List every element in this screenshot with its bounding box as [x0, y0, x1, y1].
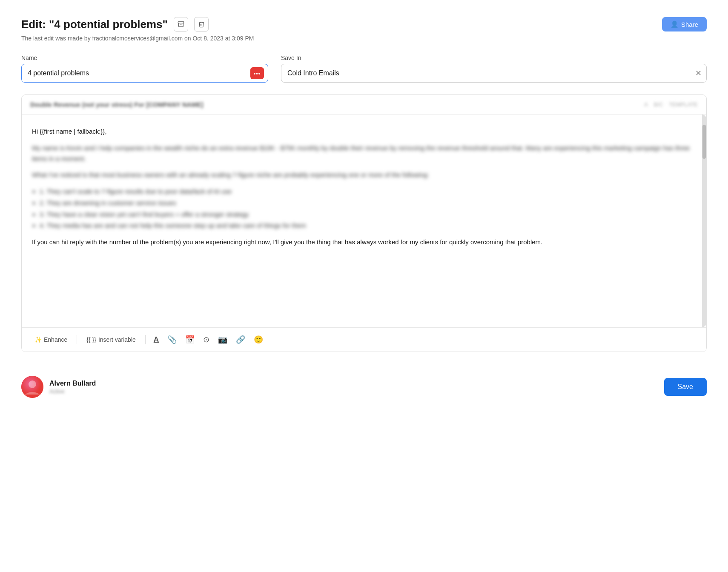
- email-paragraph-1: My name is Kevin and I help companies in…: [32, 143, 696, 164]
- subject-action-template[interactable]: TEMPLATE: [669, 101, 698, 108]
- email-closing: If you can hit reply with the number of …: [32, 237, 696, 248]
- archive-icon: [178, 21, 184, 28]
- last-edit-info: The last edit was made by fractionalcmos…: [21, 35, 707, 42]
- check-button[interactable]: ⊙: [200, 333, 212, 346]
- font-button[interactable]: A: [151, 333, 162, 346]
- name-input[interactable]: [21, 64, 268, 83]
- name-field-group: Name •••: [21, 54, 268, 83]
- share-icon: 👤: [671, 20, 679, 28]
- attachment-button[interactable]: 📎: [164, 333, 180, 346]
- attachment-icon: 📎: [167, 335, 177, 344]
- email-editor: Double Revenue (not your stress) For [CO…: [21, 94, 707, 352]
- user-name: Alvern Bullard: [49, 380, 96, 387]
- insert-variable-icon: {{ }}: [86, 336, 96, 343]
- email-subject-text: Double Revenue (not your stress) For [CO…: [30, 101, 203, 108]
- name-label: Name: [21, 54, 268, 61]
- savein-clear-button[interactable]: ✕: [695, 69, 702, 78]
- list-item: 3. They have a clear vision yet can't fi…: [40, 209, 696, 220]
- email-body[interactable]: Hi {{first name | fallback:}}, My name i…: [22, 114, 706, 327]
- email-subject-bar: Double Revenue (not your stress) For [CO…: [22, 95, 706, 114]
- trash-icon: [198, 21, 205, 28]
- scrollbar-thumb: [702, 125, 706, 159]
- scrollbar[interactable]: [702, 114, 706, 327]
- avatar: [21, 376, 43, 398]
- enhance-button[interactable]: ✨ Enhance: [30, 334, 72, 345]
- form-fields: Name ••• Save In ✕: [21, 54, 707, 83]
- emoji-button[interactable]: 🙂: [251, 333, 266, 346]
- link-icon: 🔗: [236, 335, 245, 344]
- savein-field-group: Save In ✕: [281, 54, 707, 83]
- page-title: Edit: "4 potential problems": [21, 18, 168, 31]
- check-icon: ⊙: [203, 335, 209, 344]
- list-item: 2. They are drowning in customer service…: [40, 198, 696, 209]
- toolbar-divider-1: [77, 335, 77, 344]
- delete-button[interactable]: [194, 17, 209, 31]
- camera-icon: 📷: [218, 335, 227, 344]
- camera-button[interactable]: 📷: [215, 333, 230, 346]
- share-button[interactable]: 👤 Share: [662, 17, 707, 31]
- save-button[interactable]: Save: [664, 378, 707, 396]
- toolbar-divider-2: [145, 335, 146, 344]
- email-paragraph-2: What I've noticed is that most business …: [32, 170, 696, 180]
- list-item: 4. They media has are and can not help t…: [40, 220, 696, 231]
- archive-button[interactable]: [174, 17, 188, 31]
- subject-action-a[interactable]: A: [644, 101, 648, 108]
- emoji-icon: 🙂: [254, 335, 263, 344]
- savein-input-wrapper: ✕: [281, 64, 707, 83]
- email-toolbar: ✨ Enhance {{ }} Insert variable A 📎 📅 ⊙: [22, 327, 706, 352]
- calendar-button[interactable]: 📅: [182, 333, 198, 346]
- font-icon: A: [154, 335, 159, 344]
- email-list: 1. They can't scale to 7-figure results …: [40, 186, 696, 231]
- calendar-icon: 📅: [185, 335, 195, 344]
- avatar-image: [21, 376, 43, 398]
- subject-actions: A B/C TEMPLATE: [644, 101, 698, 108]
- options-dots-icon: •••: [254, 70, 261, 77]
- enhance-icon: ✨: [34, 336, 42, 343]
- user-info-section: Alvern Bullard Active: [21, 376, 96, 398]
- savein-label: Save In: [281, 54, 707, 61]
- list-item: 1. They can't scale to 7-figure results …: [40, 186, 696, 197]
- footer: Alvern Bullard Active Save: [21, 369, 707, 405]
- svg-rect-0: [178, 22, 183, 23]
- email-greeting: Hi {{first name | fallback:}},: [32, 126, 696, 137]
- user-details: Alvern Bullard Active: [49, 380, 96, 395]
- subject-action-bc[interactable]: B/C: [654, 101, 663, 108]
- user-status: Active: [49, 388, 96, 395]
- link-button[interactable]: 🔗: [233, 333, 248, 346]
- savein-input[interactable]: [281, 64, 707, 83]
- svg-point-2: [29, 380, 36, 388]
- name-input-wrapper: •••: [21, 64, 268, 83]
- insert-variable-button[interactable]: {{ }} Insert variable: [82, 334, 140, 345]
- name-options-button[interactable]: •••: [250, 67, 264, 79]
